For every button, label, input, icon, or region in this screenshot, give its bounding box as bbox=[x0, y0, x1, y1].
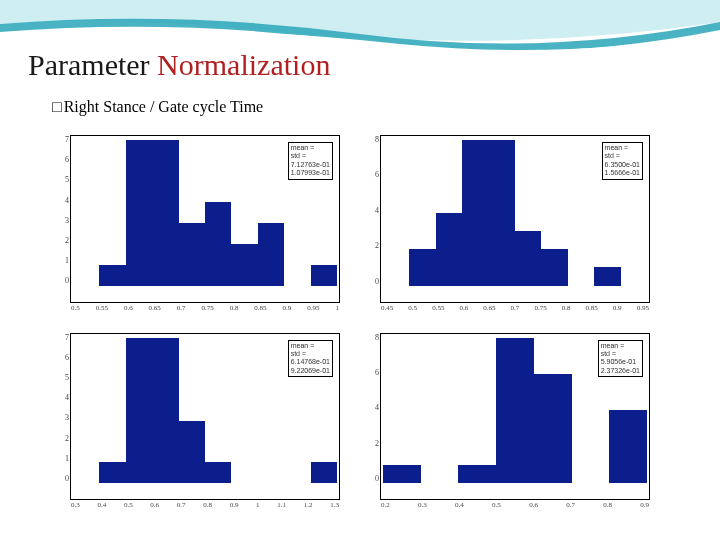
bar bbox=[462, 140, 488, 286]
subtitle-text: Right Stance / Gate cycle Time bbox=[60, 98, 264, 115]
bullet-icon: □ bbox=[52, 98, 60, 115]
bar bbox=[458, 465, 496, 483]
bar bbox=[99, 265, 125, 286]
bar bbox=[515, 231, 541, 286]
stats-box: mean =std =6.14768e-019.22069e-01 bbox=[288, 340, 333, 378]
bar bbox=[311, 265, 337, 286]
bar bbox=[496, 338, 534, 484]
bar bbox=[541, 249, 567, 285]
chart-grid: 765432100.50.550.60.650.70.750.80.850.90… bbox=[70, 135, 650, 500]
stats-box: mean =std =5.9056e-012.37326e-01 bbox=[598, 340, 643, 378]
title-text-plain: Parameter bbox=[28, 48, 150, 81]
bar bbox=[179, 421, 205, 483]
bar bbox=[609, 410, 647, 483]
bar bbox=[231, 244, 257, 286]
bar bbox=[152, 338, 178, 484]
bar bbox=[489, 140, 515, 286]
stats-box: mean =std =6.3500e-011.5666e-01 bbox=[602, 142, 643, 180]
bar bbox=[436, 213, 462, 286]
bar bbox=[594, 267, 620, 285]
histogram-top-right: 864200.450.50.550.60.650.70.750.80.850.9… bbox=[380, 135, 650, 303]
bar bbox=[126, 140, 152, 286]
bar bbox=[383, 465, 421, 483]
histogram-top-left: 765432100.50.550.60.650.70.750.80.850.90… bbox=[70, 135, 340, 303]
bar bbox=[205, 462, 231, 483]
bar bbox=[179, 223, 205, 285]
bar bbox=[311, 462, 337, 483]
title-text-accent: Normalization bbox=[150, 48, 331, 81]
subtitle: □ Right Stance / Gate cycle Time bbox=[52, 98, 263, 116]
bar bbox=[409, 249, 435, 285]
page-title: Parameter Normalization bbox=[28, 48, 330, 82]
slide: Parameter Normalization □ Right Stance /… bbox=[0, 0, 720, 540]
bar bbox=[99, 462, 125, 483]
bar bbox=[205, 202, 231, 285]
histogram-bottom-left: 765432100.30.40.50.60.70.80.911.11.21.3m… bbox=[70, 333, 340, 501]
bar bbox=[258, 223, 284, 285]
histogram-bottom-right: 864200.20.30.40.50.60.70.80.9mean =std =… bbox=[380, 333, 650, 501]
bar bbox=[126, 338, 152, 484]
stats-box: mean =std =7.12763e-011.07993e-01 bbox=[288, 142, 333, 180]
bar bbox=[152, 140, 178, 286]
bar bbox=[534, 374, 572, 483]
